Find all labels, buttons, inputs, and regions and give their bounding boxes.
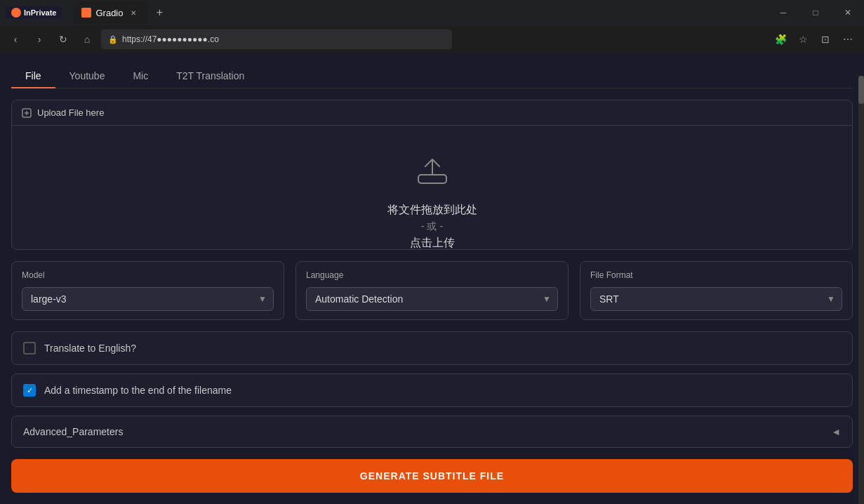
scrollbar-track[interactable] bbox=[858, 76, 864, 504]
refresh-icon: ↻ bbox=[59, 34, 67, 45]
upload-area[interactable]: Upload File here 将文件拖放到此处 - 或 - 点击上传 bbox=[11, 100, 853, 250]
url-text: https://47●●●●●●●●●●.co bbox=[122, 34, 219, 44]
back-icon: ‹ bbox=[14, 34, 18, 45]
language-select[interactable]: Automatic Detection English Chinese Japa… bbox=[306, 287, 558, 311]
upload-click-text: 点击上传 bbox=[410, 236, 455, 250]
translate-checkbox[interactable] bbox=[23, 342, 36, 354]
close-btn[interactable]: ✕ bbox=[832, 0, 864, 25]
checkmark-icon: ✓ bbox=[27, 386, 33, 395]
advanced-label: Advanced_Parameters bbox=[23, 426, 123, 437]
model-dropdown-wrapper[interactable]: large-v3 medium small base tiny ▼ bbox=[22, 287, 274, 311]
forward-icon: › bbox=[38, 34, 41, 45]
upload-drop-text: 将文件拖放到此处 bbox=[387, 203, 477, 218]
back-btn[interactable]: ‹ bbox=[6, 29, 25, 49]
upload-drop-zone[interactable]: 将文件拖放到此处 - 或 - 点击上传 bbox=[12, 126, 852, 250]
upload-header-icon bbox=[22, 108, 32, 118]
tab-favicon bbox=[81, 8, 91, 18]
tab-youtube[interactable]: Youtube bbox=[55, 65, 119, 88]
tab-file[interactable]: File bbox=[11, 65, 55, 88]
address-bar-input[interactable]: 🔒 https://47●●●●●●●●●●.co bbox=[101, 29, 452, 49]
translate-label: Translate to English? bbox=[44, 343, 136, 354]
browser-tab-gradio[interactable]: Gradio ✕ bbox=[73, 1, 147, 24]
upload-icon bbox=[416, 155, 449, 192]
language-group: Language Automatic Detection English Chi… bbox=[295, 261, 569, 320]
settings-icon[interactable]: ⋯ bbox=[837, 29, 858, 50]
language-dropdown-wrapper[interactable]: Automatic Detection English Chinese Japa… bbox=[306, 287, 558, 311]
window-controls: ─ □ ✕ bbox=[767, 0, 864, 25]
lock-icon: 🔒 bbox=[108, 35, 118, 44]
scrollbar-thumb[interactable] bbox=[858, 76, 864, 104]
advanced-arrow-icon: ◄ bbox=[831, 426, 841, 437]
tab-close-btn[interactable]: ✕ bbox=[128, 7, 139, 18]
svg-rect-3 bbox=[418, 175, 446, 183]
forward-btn[interactable]: › bbox=[29, 29, 49, 49]
inprivate-icon bbox=[11, 8, 21, 18]
model-group: Model large-v3 medium small base tiny ▼ bbox=[11, 261, 284, 320]
inprivate-label: InPrivate bbox=[24, 8, 56, 17]
model-label: Model bbox=[22, 270, 274, 280]
addressbar: ‹ › ↻ ⌂ 🔒 https://47●●●●●●●●●●.co 🧩 ☆ ⊡ … bbox=[0, 25, 864, 53]
upload-or-text: - 或 - bbox=[421, 220, 443, 233]
app-tabs: File Youtube Mic T2T Translation bbox=[11, 65, 853, 88]
home-icon: ⌂ bbox=[84, 34, 90, 45]
titlebar: InPrivate Gradio ✕ + ─ □ ✕ bbox=[0, 0, 864, 25]
tab-mic[interactable]: Mic bbox=[119, 65, 162, 88]
model-select[interactable]: large-v3 medium small base tiny bbox=[22, 287, 274, 311]
format-group: File Format SRT VTT TXT JSON TSV ▼ bbox=[580, 261, 853, 320]
format-dropdown-wrapper[interactable]: SRT VTT TXT JSON TSV ▼ bbox=[590, 287, 842, 311]
browser-tabbar: Gradio ✕ + bbox=[62, 1, 767, 24]
upload-header-text: Upload File here bbox=[37, 107, 104, 118]
favorites-icon[interactable]: ☆ bbox=[792, 29, 813, 50]
timestamp-checkbox[interactable]: ✓ bbox=[23, 384, 36, 397]
timestamp-checkbox-row[interactable]: ✓ Add a timestamp to the end of the file… bbox=[11, 373, 853, 407]
dropdowns-row: Model large-v3 medium small base tiny ▼ … bbox=[11, 261, 853, 320]
maximize-btn[interactable]: □ bbox=[799, 0, 832, 25]
browser-toolbar: 🧩 ☆ ⊡ ⋯ bbox=[770, 29, 858, 50]
format-label: File Format bbox=[590, 270, 842, 280]
minimize-btn[interactable]: ─ bbox=[767, 0, 799, 25]
browser-tab-title: Gradio bbox=[95, 8, 123, 18]
inprivate-badge: InPrivate bbox=[6, 6, 62, 19]
timestamp-label: Add a timestamp to the end of the filena… bbox=[44, 385, 232, 396]
tab-t2t[interactable]: T2T Translation bbox=[162, 65, 258, 88]
translate-checkbox-row[interactable]: Translate to English? bbox=[11, 331, 853, 365]
sidebar-icon[interactable]: ⊡ bbox=[815, 29, 836, 50]
advanced-params-row[interactable]: Advanced_Parameters ◄ bbox=[11, 416, 853, 448]
refresh-btn[interactable]: ↻ bbox=[53, 29, 73, 49]
format-select[interactable]: SRT VTT TXT JSON TSV bbox=[590, 287, 842, 311]
language-label: Language bbox=[306, 270, 558, 280]
generate-btn[interactable]: GENERATE SUBTITLE FILE bbox=[11, 459, 853, 493]
home-btn[interactable]: ⌂ bbox=[77, 29, 97, 49]
upload-header: Upload File here bbox=[12, 100, 852, 126]
extensions-icon[interactable]: 🧩 bbox=[770, 29, 791, 50]
new-tab-btn[interactable]: + bbox=[150, 3, 170, 22]
main-content: File Youtube Mic T2T Translation Upload … bbox=[0, 53, 864, 504]
